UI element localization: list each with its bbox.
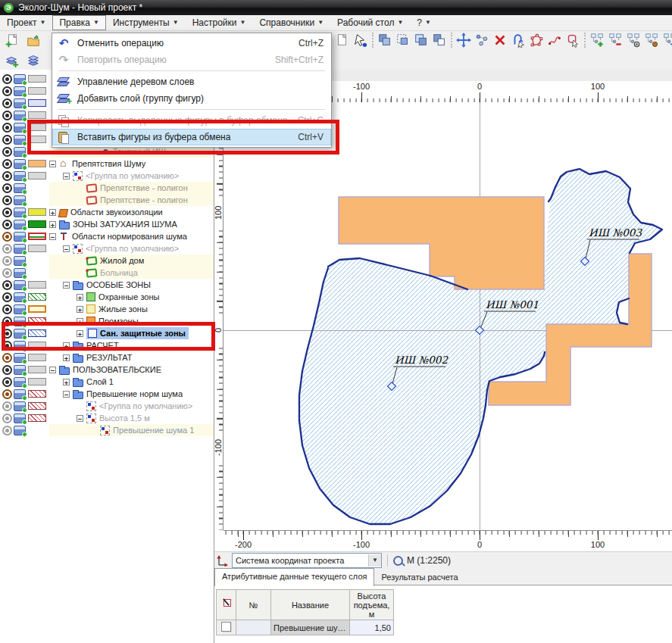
print-layer-icon[interactable]: [14, 195, 26, 205]
tree-expander-icon[interactable]: −: [77, 415, 83, 422]
tree-item[interactable]: −<Группа по умолчанию>: [49, 170, 214, 182]
menubar-item-6[interactable]: Рабочий стол▼: [330, 15, 410, 30]
menu-item[interactable]: Повторить операциюShift+Ctrl+Z: [52, 52, 331, 68]
show-source-icon[interactable]: [624, 31, 642, 49]
print-layer-icon[interactable]: [14, 377, 26, 387]
menu-item[interactable]: +Добавить слой (группу фигур): [52, 90, 331, 107]
edit-polygon-icon[interactable]: [527, 31, 545, 49]
map-canvas[interactable]: ИШ №001 ИШ №002 ИШ №003: [223, 102, 672, 530]
layer-color-swatch[interactable]: [28, 233, 46, 240]
visibility-eye-icon[interactable]: [2, 111, 12, 120]
layer-manager-icon[interactable]: [24, 52, 42, 70]
print-layer-icon[interactable]: [14, 329, 26, 339]
print-layer-icon[interactable]: [14, 414, 26, 423]
tree-item[interactable]: −ПОЛЬЗОВАТЕЛЬСКИЕ: [49, 364, 214, 376]
visibility-eye-icon[interactable]: [2, 183, 12, 193]
tree-expander-icon[interactable]: +: [77, 330, 83, 337]
visibility-eye-icon[interactable]: [2, 147, 12, 157]
tree-item-selected[interactable]: Сан. защитные зоны: [86, 327, 189, 339]
layer-color-swatch[interactable]: [28, 317, 46, 325]
tree-expander-icon[interactable]: −: [49, 233, 56, 240]
visibility-eye-icon[interactable]: [2, 377, 12, 387]
source-color-icon[interactable]: [642, 31, 661, 49]
print-layer-icon[interactable]: [14, 268, 26, 278]
layer-color-swatch[interactable]: [28, 136, 46, 143]
shape-cursor-icon[interactable]: [564, 31, 582, 49]
table-row[interactable]: Превышение шу… 1,50: [217, 620, 394, 635]
tree-item[interactable]: Препятствие - полигон: [49, 182, 214, 194]
tree-item[interactable]: Жилой дом: [49, 254, 214, 267]
menubar-item-2[interactable]: Правка▼: [52, 15, 105, 30]
visibility-eye-icon[interactable]: [2, 426, 12, 435]
print-layer-icon[interactable]: [14, 317, 26, 326]
visibility-eye-icon[interactable]: [2, 208, 12, 217]
print-layer-icon[interactable]: [14, 98, 26, 108]
visibility-eye-icon[interactable]: [2, 329, 12, 339]
tree-item[interactable]: <Группа по умолчанию>: [49, 400, 214, 412]
layer-color-swatch[interactable]: [28, 354, 46, 361]
visibility-eye-icon[interactable]: [2, 123, 12, 133]
print-layer-icon[interactable]: [14, 147, 26, 157]
tree-expander-icon[interactable]: −: [63, 173, 70, 179]
layer-color-swatch[interactable]: [28, 220, 46, 228]
remove-source-icon[interactable]: [606, 31, 624, 49]
row-name-cell[interactable]: Превышение шу…: [271, 620, 350, 635]
tree-item[interactable]: +Сан. защитные зоны: [49, 327, 214, 339]
duplicate-shape-icon[interactable]: [412, 31, 430, 49]
visibility-eye-icon[interactable]: [2, 414, 12, 423]
layer-color-swatch[interactable]: [28, 99, 46, 107]
menubar-item-7[interactable]: ?▼: [410, 15, 438, 30]
tree-item[interactable]: Препятствие - полигон: [49, 194, 214, 206]
print-layer-icon[interactable]: [14, 341, 26, 351]
print-layer-icon[interactable]: [14, 292, 26, 302]
layer-color-swatch[interactable]: [28, 123, 46, 131]
print-layer-icon[interactable]: [14, 183, 26, 193]
tree-expander-icon[interactable]: +: [49, 221, 56, 228]
layer-color-swatch[interactable]: [28, 293, 46, 301]
tree-item[interactable]: +Области звукоизоляции: [49, 206, 214, 218]
visibility-eye-icon[interactable]: [2, 268, 12, 278]
layer-color-swatch[interactable]: [28, 281, 46, 289]
print-layer-icon[interactable]: [14, 171, 26, 181]
tree-item[interactable]: +РЕЗУЛЬТАТ: [49, 351, 214, 364]
menu-item[interactable]: Вставить фигуры из буфера обменаCtrl+V: [52, 129, 331, 145]
drag-shape-icon[interactable]: [509, 31, 527, 49]
print-layer-icon[interactable]: [14, 135, 26, 145]
coordinate-system-select[interactable]: Система координат проекта ▼: [232, 553, 382, 568]
tree-item[interactable]: +Слой 1: [49, 376, 214, 388]
menu-item[interactable]: Управление деревом слоев: [52, 73, 331, 90]
visibility-eye-icon[interactable]: [2, 220, 12, 229]
tree-item[interactable]: −ОСОБЫЕ ЗОНЫ: [49, 279, 214, 291]
print-layer-icon[interactable]: [14, 232, 26, 242]
print-layer-icon[interactable]: [14, 244, 26, 254]
print-layer-icon[interactable]: [14, 280, 26, 290]
print-layer-icon[interactable]: [14, 208, 26, 217]
tree-item[interactable]: −Превышение норм шума: [49, 388, 214, 400]
print-layer-icon[interactable]: [14, 426, 26, 435]
tree-expander-icon[interactable]: −: [49, 161, 56, 167]
tree-item[interactable]: −Области нормирования шума: [49, 230, 214, 242]
tree-item[interactable]: +Охранные зоны: [49, 291, 214, 303]
edit-polyline-icon[interactable]: [545, 31, 564, 49]
row-height-cell[interactable]: 1,50: [350, 620, 394, 635]
layer-color-swatch[interactable]: [28, 75, 46, 83]
layer-color-swatch[interactable]: [28, 111, 46, 119]
tree-item[interactable]: +РАСЧЕТ: [49, 339, 214, 351]
layer-color-swatch[interactable]: [28, 378, 46, 385]
paste-shapes-icon[interactable]: [394, 31, 412, 49]
tree-expander-icon[interactable]: +: [63, 354, 70, 361]
checkbox[interactable]: [221, 622, 231, 632]
visibility-eye-icon[interactable]: [2, 195, 12, 205]
add-source-icon[interactable]: [588, 31, 606, 49]
menu-item[interactable]: Копировать выделенные фигуры в буфер обм…: [52, 112, 331, 129]
visibility-eye-icon[interactable]: [2, 353, 12, 363]
tree-expander-icon[interactable]: +: [77, 294, 83, 301]
print-layer-icon[interactable]: [14, 74, 26, 84]
layer-color-swatch[interactable]: [28, 390, 46, 398]
tree-expander-icon[interactable]: +: [77, 318, 83, 325]
add-layer-icon[interactable]: [3, 52, 21, 70]
layer-color-swatch[interactable]: [28, 414, 46, 422]
visibility-eye-icon[interactable]: [2, 86, 12, 96]
visibility-eye-icon[interactable]: [2, 389, 12, 399]
tree-expander-icon[interactable]: −: [49, 367, 56, 373]
